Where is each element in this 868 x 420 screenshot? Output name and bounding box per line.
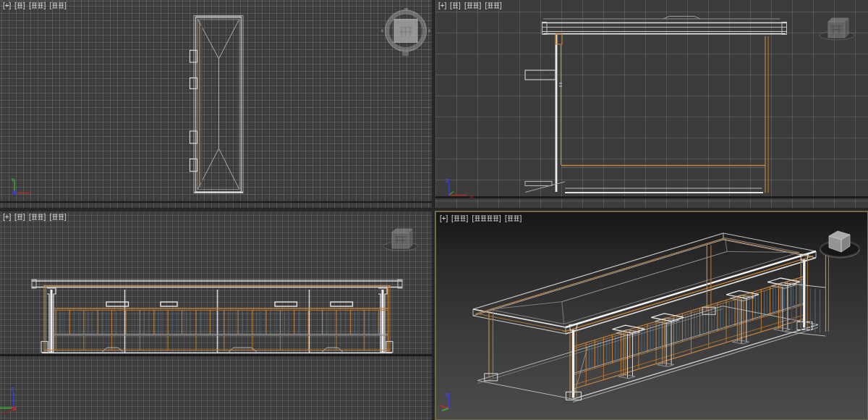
svg-text:]: ]: [499, 214, 501, 222]
svg-text:]: ]: [520, 214, 522, 222]
svg-text:Y: Y: [11, 177, 15, 183]
svg-text:]: ]: [64, 213, 67, 221]
svg-text:[+]: [+]: [440, 214, 448, 222]
svg-text:]: ]: [44, 1, 46, 9]
svg-text:[: [: [472, 214, 475, 222]
svg-text:[: [: [50, 1, 52, 9]
svg-text:[: [: [505, 214, 507, 222]
svg-text:[+]: [+]: [438, 1, 447, 9]
svg-text:]: ]: [23, 1, 25, 9]
svg-text:]: ]: [467, 214, 469, 222]
svg-text:X: X: [469, 193, 474, 200]
svg-text:[: [: [29, 1, 31, 9]
svg-text:[: [: [485, 1, 488, 9]
svg-text:[: [: [450, 1, 452, 9]
svg-text:[: [: [14, 213, 17, 221]
svg-text:]: ]: [64, 1, 67, 9]
svg-text:]: ]: [480, 1, 482, 9]
svg-text:[: [: [14, 1, 17, 9]
svg-text:Z: Z: [11, 386, 14, 392]
svg-text:[+]: [+]: [3, 1, 12, 9]
svg-text:[+]: [+]: [3, 213, 12, 221]
svg-text:]: ]: [459, 1, 461, 9]
svg-text:[: [: [464, 1, 467, 9]
svg-text:[: [: [451, 214, 454, 222]
svg-text:]: ]: [23, 213, 25, 221]
svg-text:[: [: [29, 213, 31, 221]
svg-text:]: ]: [44, 213, 46, 221]
svg-text:[: [: [50, 213, 52, 221]
svg-text:]: ]: [500, 1, 502, 9]
svg-text:Z: Z: [446, 177, 449, 184]
svg-text:Z: Z: [445, 392, 448, 398]
